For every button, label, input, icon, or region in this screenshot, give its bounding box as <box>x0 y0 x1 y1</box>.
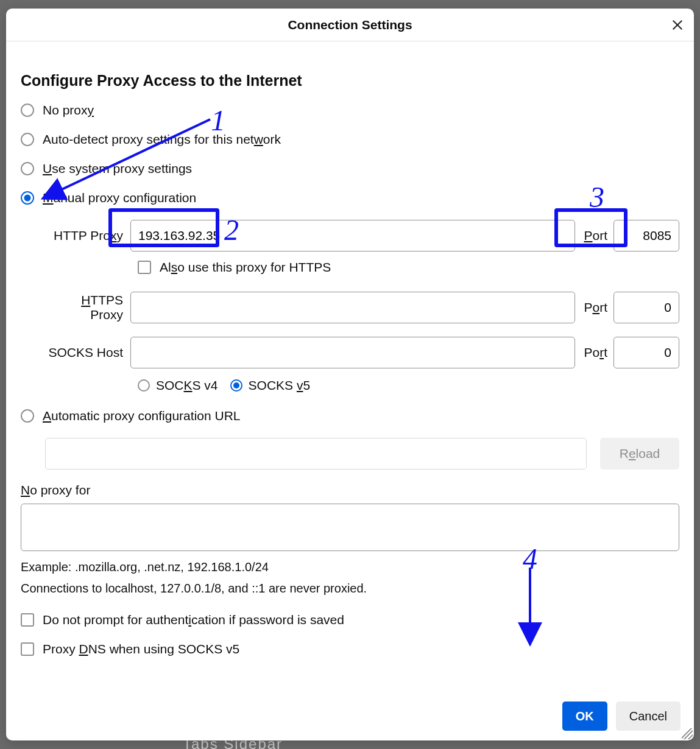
radio-icon <box>138 379 150 392</box>
https-proxy-row: HTTPS Proxy Port <box>45 292 679 323</box>
socks-port-label: Port <box>584 345 607 360</box>
radio-label: Use system proxy settings <box>43 161 192 176</box>
socks-host-row: SOCKS Host Port <box>45 337 679 368</box>
connection-settings-dialog: Connection Settings Configure Proxy Acce… <box>6 9 694 740</box>
reload-button[interactable]: Reload <box>600 438 679 469</box>
http-proxy-label: HTTP Proxy <box>45 228 130 243</box>
http-port-label: Port <box>584 228 607 243</box>
radio-manual[interactable]: Manual proxy configuration <box>21 191 679 205</box>
checkbox-icon <box>21 613 34 627</box>
radio-icon <box>21 104 34 117</box>
radio-no-proxy[interactable]: No proxy <box>21 103 679 118</box>
radio-label: No proxy <box>43 103 94 118</box>
dialog-title: Connection Settings <box>288 18 412 32</box>
no-proxy-note: Connections to localhost, 127.0.0.1/8, a… <box>21 582 679 596</box>
dialog-body: Configure Proxy Access to the Internet N… <box>6 41 694 692</box>
https-port-label: Port <box>584 300 607 315</box>
https-proxy-input[interactable] <box>130 292 575 323</box>
close-button[interactable] <box>666 13 689 37</box>
check-label: Proxy DNS when using SOCKS v5 <box>43 642 239 656</box>
radio-auto-detect[interactable]: Auto-detect proxy settings for this netw… <box>21 132 679 147</box>
check-label: Also use this proxy for HTTPS <box>160 260 331 275</box>
radio-label: SOCKS v5 <box>249 378 311 393</box>
radio-label: Automatic proxy configuration URL <box>43 409 241 423</box>
check-proxy-dns[interactable]: Proxy DNS when using SOCKS v5 <box>21 642 679 656</box>
radio-label: Manual proxy configuration <box>43 191 196 205</box>
radio-icon <box>21 162 34 175</box>
cancel-button[interactable]: Cancel <box>616 702 681 731</box>
https-proxy-label: HTTPS Proxy <box>45 293 130 322</box>
http-proxy-row: HTTP Proxy Port <box>45 220 679 251</box>
socks-version-row: SOCKS v4 SOCKS v5 <box>138 378 679 393</box>
resize-grip-icon[interactable] <box>682 728 693 739</box>
https-port-input[interactable] <box>613 292 679 323</box>
no-proxy-example: Example: .mozilla.org, .net.nz, 192.168.… <box>21 560 679 574</box>
manual-proxy-section: HTTP Proxy Port Also use this proxy for … <box>45 220 679 393</box>
radio-socks-v4[interactable]: SOCKS v4 <box>138 378 218 393</box>
no-proxy-for-textarea[interactable] <box>21 504 679 551</box>
no-proxy-for-label: No proxy for <box>21 483 679 498</box>
socks-host-input[interactable] <box>130 337 575 368</box>
close-icon <box>671 18 684 32</box>
http-proxy-input[interactable] <box>130 220 575 251</box>
checkbox-icon <box>21 642 34 656</box>
radio-system[interactable]: Use system proxy settings <box>21 161 679 176</box>
dialog-header: Connection Settings <box>6 9 694 41</box>
check-no-auth-prompt[interactable]: Do not prompt for authentication if pass… <box>21 613 679 627</box>
checkbox-icon <box>138 261 151 274</box>
radio-icon <box>21 191 34 205</box>
pac-url-input[interactable] <box>45 438 587 469</box>
check-label: Do not prompt for authentication if pass… <box>43 613 344 627</box>
ok-button[interactable]: OK <box>562 702 607 731</box>
radio-socks-v5[interactable]: SOCKS v5 <box>230 378 311 393</box>
socks-host-label: SOCKS Host <box>45 345 130 360</box>
radio-icon <box>230 379 242 392</box>
also-https-check[interactable]: Also use this proxy for HTTPS <box>138 260 679 275</box>
radio-icon <box>21 133 34 146</box>
http-port-input[interactable] <box>613 220 679 251</box>
dialog-footer: OK Cancel <box>6 692 694 740</box>
radio-label: SOCKS v4 <box>156 378 218 393</box>
radio-auto-config-url[interactable]: Automatic proxy configuration URL <box>21 409 679 423</box>
radio-icon <box>21 409 34 423</box>
socks-port-input[interactable] <box>613 337 679 368</box>
section-heading: Configure Proxy Access to the Internet <box>21 72 679 90</box>
radio-label: Auto-detect proxy settings for this netw… <box>43 132 281 147</box>
pac-row: Reload <box>45 438 679 469</box>
